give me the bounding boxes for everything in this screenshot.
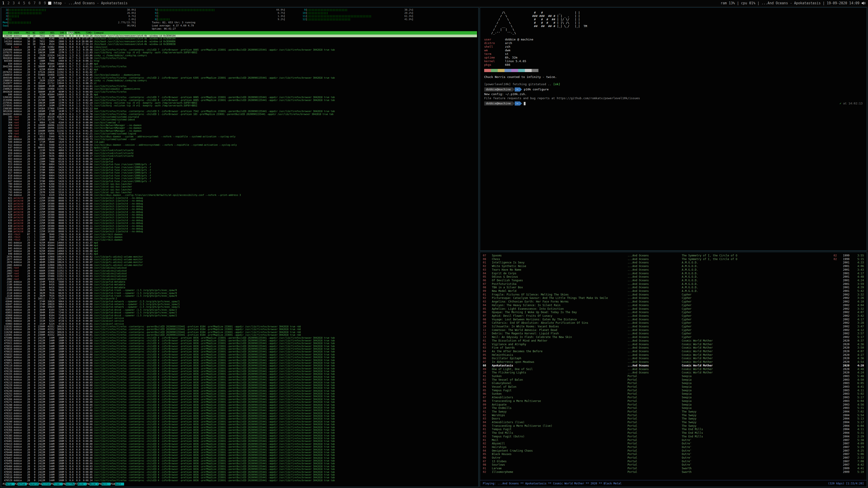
track-row[interactable]: 02White Synthetic Noise...And OceansA.M.…	[483, 265, 864, 268]
process-row[interactable]: 831 polkitd 20 0 225M 10388 8688 S 0.0 0…	[3, 222, 477, 225]
process-row[interactable]: 830 polkitd 20 0 225M 10388 8688 S 0.0 0…	[3, 219, 477, 222]
process-row[interactable]: 2076 dobbie 20 0 484M 12868 10624 S 0.0 …	[3, 256, 477, 258]
track-row[interactable]: 02The Vessel of BalonPortalSeepia20034:5…	[483, 378, 864, 382]
track-row[interactable]: 13Neil: An Odyssey In Flesh: Celebrate T…	[483, 335, 864, 339]
process-row[interactable]: 476231 dobbie 20 0 2422M 144M 108M S 0.0…	[3, 387, 477, 390]
process-row[interactable]: 476139 dobbie 20 0 2422M 144M 108M S 0.0…	[3, 370, 477, 373]
track-row[interactable]: 01The Dissolution of Mind and Matter...A…	[483, 339, 864, 343]
track-row[interactable]: 05Transcending a Mere Multiverse (live)P…	[483, 424, 864, 428]
process-row[interactable]: 1535096 dobbie 20 0 2578M 160M 117M S 0.…	[3, 99, 477, 102]
process-row[interactable]: 815 dobbie 20 0 379M 6064 5420 S 0.0 0.0…	[3, 177, 477, 180]
fkey-F7[interactable]: F7Nice -	[74, 482, 87, 486]
process-row[interactable]: 829 polkitd 20 0 225M 10388 8688 S 0.0 0…	[3, 216, 477, 219]
workspace-tag-4[interactable]: 4	[18, 1, 20, 5]
prompt-line-2[interactable]: dobbie@machine~ ✓ at 14:02:13	[484, 101, 863, 105]
workspace-tag-7[interactable]: 7	[33, 1, 35, 5]
process-row[interactable]: 476288 dobbie 20 0 2422M 144M 108M S 0.0…	[3, 404, 477, 406]
process-row[interactable]: 43053 dobbie 20 0 304M 8164 7240 S 0.0 0…	[3, 311, 477, 314]
process-row[interactable]: 476529 dobbie 20 0 2422M 144M 108M S 0.0…	[3, 479, 477, 482]
process-row[interactable]: 3043308 dobbie 20 0 3880M 853M 469M S 0.…	[3, 65, 477, 68]
track-row[interactable]: 09New Model World...And OceansA.M.G.O.D.…	[483, 289, 864, 293]
fkey-F6[interactable]: F6SortBy	[63, 482, 74, 486]
process-row[interactable]: 826 polkitd 20 0 225M 10388 8688 S 0.0 0…	[3, 208, 477, 210]
process-row[interactable]: 603304 dobbie 20 0 198M 7948 5460 R 0.7 …	[3, 60, 477, 62]
process-row[interactable]: 821 polkitd 20 0 225M 10388 8688 S 0.0 0…	[3, 197, 477, 199]
track-row[interactable]: 10The Flickering Lights...And OceansCosm…	[483, 371, 864, 375]
process-row[interactable]: 476413 dobbie 20 0 2422M 144M 108M S 0.0…	[3, 443, 477, 446]
process-row[interactable]: 3043020 dobbie 20 0 3880M 853M 469M S 0.…	[3, 91, 477, 93]
process-row[interactable]: 503 dobbie 20 0 10588 10544 7568 S 0.0 0…	[3, 138, 477, 141]
track-row[interactable]: 03Five of Swords...And OceansCosmic Worl…	[483, 346, 864, 350]
track-row[interactable]: 07Postfuturistika...And OceansA.M.G.O.D.…	[483, 283, 864, 286]
workspace-tag-3[interactable]: 3	[13, 1, 15, 5]
process-row[interactable]: 885 polkitd 20 0 225M 10388 8688 S 0.0 0…	[3, 228, 477, 230]
process-table-header[interactable]: PID USER PRI NI VIRT RES SHR S CPU% MEM%…	[3, 31, 477, 35]
fkey-F5[interactable]: F5Tree	[51, 482, 63, 486]
process-row[interactable]: 476440 dobbie 20 0 2422M 144M 108M S 0.0…	[3, 451, 477, 454]
process-row[interactable]: 843 dobbie 20 0 925M 45844 14060 S 0.0 0…	[3, 241, 477, 244]
process-row[interactable]: 476466 dobbie 20 0 2422M 144M 108M S 0.0…	[3, 459, 477, 462]
track-row[interactable]: 07Spasms...And OceansThe Symmetry of I, …	[483, 254, 864, 258]
process-row[interactable]: 476266 dobbie 20 0 2422M 144M 108M S 0.0…	[3, 398, 477, 401]
track-row[interactable]: 06SunkenPortalSeepia20035:02	[483, 392, 864, 396]
process-row[interactable]: 476119 dobbie 20 0 2422M 144M 108M S 0.0…	[3, 364, 477, 367]
process-row[interactable]: 647 dobbie 20 0 90448 5680 4424 S 0.0 0.…	[3, 147, 477, 149]
process-row[interactable]: 667 dobbie 20 0 379M 6064 5420 S 0.0 0.0…	[3, 180, 477, 183]
process-row[interactable]: 3052036 dobbie 20 0 2858M 270M 163M S 1.…	[3, 110, 477, 113]
track-row[interactable]: 02Vigilance and Atrophy...And OceansCosm…	[483, 343, 864, 346]
process-row[interactable]: 828 polkitd 20 0 225M 10388 8688 S 0.0 0…	[3, 214, 477, 216]
process-row[interactable]: 2007 root 20 0 666M 15988 11352 S 0.0 0.…	[3, 272, 477, 275]
track-row[interactable]: 05Aphelion: Light Evanescence: Into Exti…	[483, 307, 864, 311]
fkey-F4[interactable]: F4Filter	[39, 482, 51, 486]
track-row[interactable]: 02Picturesque: Cataclysm Savour: And The…	[483, 296, 864, 300]
process-row[interactable]: 476431 dobbie 20 0 2422M 144M 108M S 0.0…	[3, 449, 477, 451]
process-row[interactable]: 2379591 dobbie 20 0 1061M 169M 137M S 0.…	[3, 104, 477, 107]
process-row[interactable]: 43060 dobbie 20 0 304M 8164 7240 S 0.0 0…	[3, 314, 477, 317]
htop-window[interactable]: 1[||||||||||||||||||||||||| 30.0%] 2[|||…	[1, 7, 479, 487]
terminal-window[interactable]: /\ / \ / \ / \ / __ \ / | | \ /_-'' ''-_…	[480, 7, 867, 251]
track-row[interactable]: 04Omnipotent Crawling ChaosPortalOutre'2…	[483, 449, 864, 453]
track-row[interactable]: 06Of Devilish Tongues...And OceansA.M.G.…	[483, 279, 864, 283]
process-row[interactable]: 2388385 dobbie 20 0 34384 17968 13440 S …	[3, 107, 477, 110]
track-row[interactable]: 10Silhouette: In White Rooms: Vacant Bod…	[483, 325, 864, 328]
track-row[interactable]: 01SunkenPortalSeepia20035:48	[483, 375, 864, 378]
process-row[interactable]: 3045546 dobbie 20 0 32.6G 352M 100M S 0.…	[3, 76, 477, 79]
process-row[interactable]: 2079 dobbie 20 0 484M 12868 10624 S 0.0 …	[3, 261, 477, 264]
process-row[interactable]: 2379541 dobbie 20 0 1061M 169M 137M S 0.…	[3, 102, 477, 104]
process-row[interactable]: 476313 dobbie 20 0 2422M 144M 108M S 0.0…	[3, 412, 477, 415]
process-row[interactable]: 476484 dobbie 20 0 2422M 144M 108M S 0.0…	[3, 465, 477, 468]
process-row[interactable]: 479 root 20 0 11028 5856 5136 S 0.0 0.0 …	[3, 132, 477, 135]
process-row[interactable]: 793 dobbie 20 0 297M 6268 5516 S 0.0 0.0…	[3, 191, 477, 194]
process-row[interactable]: 2970251 dobbie 20 0 37528 24828 11392 S …	[3, 71, 477, 74]
track-row[interactable]: 01LarvaePortalSwarth20094:41	[483, 467, 864, 470]
process-row[interactable]: 3042818 dobbie 20 0 3880M 853M 469M S 0.…	[3, 57, 477, 60]
process-row[interactable]: 475906 dobbie 20 0 2422M 144M 108M S 0.0…	[3, 337, 477, 339]
process-row[interactable]: 2188 dobbie 20 0 154M 6416 5680 S 0.0 0.…	[3, 286, 477, 289]
process-row[interactable]: 476511 dobbie 20 0 2422M 144M 108M S 0.0…	[3, 474, 477, 476]
process-row[interactable]: 486 dbus 20 0 9552 5940 4276 S 0.0 0.0 0…	[3, 135, 477, 138]
process-row[interactable]: 476329 dobbie 20 0 2422M 144M 108M S 0.0…	[3, 418, 477, 420]
process-row[interactable]: 789 dobbie 20 0 297M 6268 5516 S 0.0 0.0…	[3, 183, 477, 186]
fkey-F2[interactable]: F2Setup	[15, 482, 27, 486]
process-row[interactable]: 2384019 dobbie -10 0 55880 14468 11392 S…	[3, 74, 477, 76]
process-row[interactable]: 476422 dobbie 20 0 2422M 144M 108M S 0.0…	[3, 446, 477, 448]
process-row[interactable]: 476158 dobbie 20 0 2422M 144M 108M S 0.0…	[3, 376, 477, 379]
process-row[interactable]: 855 rtkit 21 1 158M 3040 2780 S 0.0 0.0 …	[3, 236, 477, 238]
track-row[interactable]: 01The SweyyPortalThe Sweyy20047:02	[483, 410, 864, 414]
fkey-F3[interactable]: F3Search	[27, 482, 39, 486]
process-row[interactable]: 2185 dobbie 20 0 154M 6416 5680 S 0.0 0.…	[3, 281, 477, 283]
process-row[interactable]: 483 root 20 0 1040M 16096 11192 S 0.0 0.…	[3, 127, 477, 129]
process-row[interactable]: 853 rtkit RT 1 158M 3040 2780 S 0.0 0.0 …	[3, 233, 477, 236]
process-row[interactable]: 2118 dobbie 20 0 382M 7616 6620 S 0.0 0.…	[3, 295, 477, 297]
track-row[interactable]: 07AtmosblistersPortalSeepia20035:17	[483, 396, 864, 399]
process-row[interactable]: 822 polkitd 20 0 225M 10388 8688 S 0.0 0…	[3, 199, 477, 202]
track-row[interactable]: 02WershipsPortalThe Sweyy20045:54	[483, 414, 864, 417]
process-row[interactable]: 827 polkitd 20 0 225M 10388 8688 S 0.0 0…	[3, 211, 477, 214]
track-row[interactable]: 04Atmosblisters (live)PortalThe Sweyy200…	[483, 421, 864, 424]
process-row[interactable]: 476520 dobbie 20 0 2422M 144M 108M S 0.0…	[3, 476, 477, 479]
workspace-tag-9[interactable]: 9	[44, 1, 46, 5]
process-row[interactable]: 43049 dobbie 20 0 374M 10820 9064 S 0.0 …	[3, 306, 477, 308]
process-row[interactable]: 476366 dobbie 20 0 2422M 144M 108M S 0.0…	[3, 429, 477, 431]
process-row[interactable]: 2186 dobbie 20 0 154M 6416 5680 S 0.0 0.…	[3, 283, 477, 286]
track-row[interactable]: 06Oscillator Epitaph...And OceansCosmic …	[483, 357, 864, 360]
